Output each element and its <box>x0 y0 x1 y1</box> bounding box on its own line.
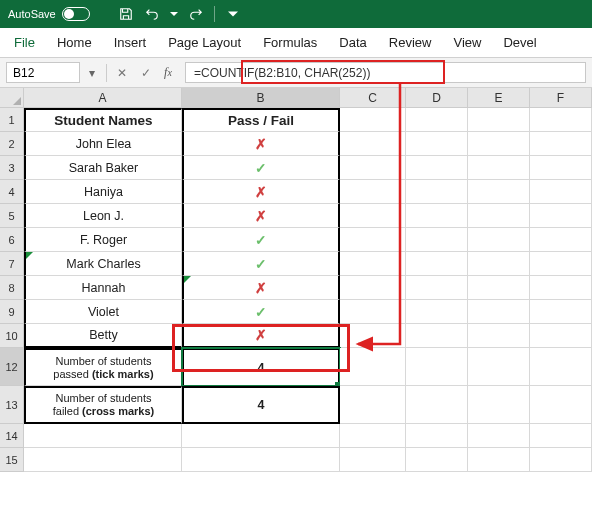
cell[interactable] <box>468 448 530 472</box>
cell[interactable] <box>24 448 182 472</box>
redo-icon[interactable] <box>188 6 204 22</box>
enter-formula-icon[interactable]: ✓ <box>137 64 155 82</box>
cell[interactable] <box>340 324 406 348</box>
cell[interactable] <box>468 252 530 276</box>
cell[interactable] <box>468 348 530 386</box>
cell-a6[interactable]: F. Roger <box>24 228 182 252</box>
worksheet-grid[interactable]: A B C D E F 1 Student Names Pass / Fail … <box>0 88 592 472</box>
col-header-f[interactable]: F <box>530 88 592 108</box>
cell[interactable] <box>340 156 406 180</box>
cell[interactable] <box>182 448 340 472</box>
row-header[interactable]: 3 <box>0 156 24 180</box>
cell[interactable] <box>340 108 406 132</box>
cell[interactable] <box>530 204 592 228</box>
cell[interactable] <box>406 132 468 156</box>
cancel-formula-icon[interactable]: ✕ <box>113 64 131 82</box>
col-header-d[interactable]: D <box>406 88 468 108</box>
name-box[interactable]: B12 <box>6 62 80 83</box>
cell[interactable] <box>530 276 592 300</box>
cell[interactable] <box>340 252 406 276</box>
cell-b7[interactable]: ✓ <box>182 252 340 276</box>
tab-insert[interactable]: Insert <box>114 35 147 50</box>
row-header[interactable]: 13 <box>0 386 24 424</box>
tab-file[interactable]: File <box>14 35 35 50</box>
cell[interactable] <box>530 386 592 424</box>
fx-icon[interactable]: fx <box>161 64 179 82</box>
row-header[interactable]: 5 <box>0 204 24 228</box>
cell-b9[interactable]: ✓ <box>182 300 340 324</box>
cell[interactable] <box>340 424 406 448</box>
cell-b6[interactable]: ✓ <box>182 228 340 252</box>
cell[interactable] <box>530 348 592 386</box>
cell-b12[interactable]: 4 <box>182 348 340 386</box>
cell-a1[interactable]: Student Names <box>24 108 182 132</box>
tab-formulas[interactable]: Formulas <box>263 35 317 50</box>
cell-a10[interactable]: Betty <box>24 324 182 348</box>
error-indicator-icon[interactable] <box>184 276 191 283</box>
cell[interactable] <box>340 180 406 204</box>
cell[interactable] <box>468 324 530 348</box>
col-header-a[interactable]: A <box>24 88 182 108</box>
tab-home[interactable]: Home <box>57 35 92 50</box>
undo-icon[interactable] <box>144 6 160 22</box>
cell[interactable] <box>406 324 468 348</box>
select-all-button[interactable] <box>0 88 24 108</box>
row-header[interactable]: 14 <box>0 424 24 448</box>
col-header-c[interactable]: C <box>340 88 406 108</box>
cell[interactable] <box>406 204 468 228</box>
cell-b10[interactable]: ✗ <box>182 324 340 348</box>
cell-a12[interactable]: Number of students passed (tick marks) <box>24 348 182 386</box>
cell[interactable] <box>530 252 592 276</box>
cell[interactable] <box>468 228 530 252</box>
col-header-b[interactable]: B <box>182 88 340 108</box>
cell-a7[interactable]: Mark Charles <box>24 252 182 276</box>
cell[interactable] <box>406 276 468 300</box>
row-header[interactable]: 10 <box>0 324 24 348</box>
cell[interactable] <box>406 252 468 276</box>
cell[interactable] <box>340 204 406 228</box>
row-header[interactable]: 4 <box>0 180 24 204</box>
cell-b5[interactable]: ✗ <box>182 204 340 228</box>
cell[interactable] <box>530 108 592 132</box>
tab-view[interactable]: View <box>453 35 481 50</box>
tab-review[interactable]: Review <box>389 35 432 50</box>
cell-a9[interactable]: Violet <box>24 300 182 324</box>
row-header[interactable]: 15 <box>0 448 24 472</box>
cell[interactable] <box>340 228 406 252</box>
cell[interactable] <box>530 448 592 472</box>
cell-b1[interactable]: Pass / Fail <box>182 108 340 132</box>
cell[interactable] <box>406 108 468 132</box>
tab-developer[interactable]: Devel <box>503 35 536 50</box>
cell[interactable] <box>406 300 468 324</box>
cell[interactable] <box>530 156 592 180</box>
cell-b2[interactable]: ✗ <box>182 132 340 156</box>
cell[interactable] <box>340 386 406 424</box>
customize-qat-icon[interactable] <box>225 6 241 22</box>
row-header[interactable]: 12 <box>0 348 24 386</box>
cell[interactable] <box>468 424 530 448</box>
cell[interactable] <box>530 180 592 204</box>
cell-b3[interactable]: ✓ <box>182 156 340 180</box>
cell[interactable] <box>468 300 530 324</box>
cell[interactable] <box>406 156 468 180</box>
cell[interactable] <box>468 204 530 228</box>
cell-b4[interactable]: ✗ <box>182 180 340 204</box>
tab-data[interactable]: Data <box>339 35 366 50</box>
cell[interactable] <box>182 424 340 448</box>
cell[interactable] <box>406 386 468 424</box>
name-box-dropdown-icon[interactable]: ▾ <box>84 58 100 87</box>
cell[interactable] <box>530 132 592 156</box>
row-header[interactable]: 6 <box>0 228 24 252</box>
cell-a5[interactable]: Leon J. <box>24 204 182 228</box>
cell[interactable] <box>468 108 530 132</box>
autosave-toggle[interactable] <box>62 7 90 21</box>
cell[interactable] <box>468 180 530 204</box>
cell[interactable] <box>340 448 406 472</box>
cell-a4[interactable]: Haniya <box>24 180 182 204</box>
cell-a3[interactable]: Sarah Baker <box>24 156 182 180</box>
tab-page-layout[interactable]: Page Layout <box>168 35 241 50</box>
cell[interactable] <box>530 300 592 324</box>
cell-a2[interactable]: John Elea <box>24 132 182 156</box>
col-header-e[interactable]: E <box>468 88 530 108</box>
error-indicator-icon[interactable] <box>26 252 33 259</box>
